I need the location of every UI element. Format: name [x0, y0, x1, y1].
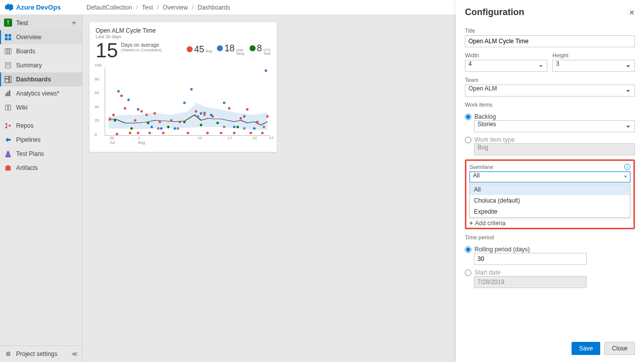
- workitemtype-select: Bug: [474, 143, 635, 155]
- backlog-radio-label: Backlog: [474, 113, 496, 120]
- swimlane-dropdown: All Choluca (default) Expedite: [469, 184, 630, 218]
- svg-rect-19: [6, 166, 11, 171]
- gear-icon: ⚙: [4, 350, 12, 358]
- sidebar-item-repos[interactable]: Repos: [0, 119, 82, 133]
- svg-rect-4: [5, 49, 7, 54]
- startdate-radio-label: Start date: [474, 269, 501, 276]
- svg-rect-1: [9, 34, 11, 37]
- swimlane-option-all[interactable]: All: [470, 184, 630, 195]
- close-icon[interactable]: ✕: [629, 9, 635, 17]
- info-icon[interactable]: i: [624, 164, 630, 170]
- team-select[interactable]: Open ALM: [465, 84, 635, 97]
- svg-rect-6: [10, 49, 12, 54]
- swimlane-option-choluca[interactable]: Choluca (default): [470, 195, 630, 206]
- rolling-radio[interactable]: [465, 246, 471, 253]
- plus-icon: +: [469, 220, 473, 227]
- rolling-radio-row[interactable]: Rolling period (days): [465, 246, 635, 253]
- project-badge: T: [4, 19, 12, 27]
- sidebar-item-pipelines[interactable]: Pipelines: [0, 133, 82, 147]
- sidebar-item-summary[interactable]: Summary: [0, 58, 82, 72]
- svg-rect-12: [5, 79, 9, 82]
- width-label: Width: [465, 52, 547, 58]
- project-settings[interactable]: ⚙ Project settings ≪: [0, 346, 82, 362]
- close-button[interactable]: Close: [604, 342, 635, 355]
- height-label: Height: [552, 52, 635, 58]
- sidebar-item-artifacts[interactable]: Artifacts: [0, 161, 82, 175]
- bug-icon: [187, 46, 193, 52]
- project-row[interactable]: T Test ＋: [0, 15, 82, 30]
- settings-label: Project settings: [16, 350, 57, 357]
- svg-point-18: [9, 125, 11, 127]
- svg-rect-13: [6, 94, 7, 96]
- rolling-days-input[interactable]: [474, 253, 587, 265]
- rolling-radio-label: Rolling period (days): [474, 246, 530, 253]
- svg-rect-15: [9, 90, 11, 96]
- sidebar-item-dashboards[interactable]: Dashboards: [0, 72, 82, 86]
- wiki-icon: [4, 104, 12, 112]
- panel-title: Configuration: [465, 7, 524, 18]
- app-name: Azure DevOps: [16, 4, 61, 11]
- overview-icon: [4, 33, 12, 41]
- swimlane-label: Swimlane: [469, 164, 494, 170]
- swimlane-option-expedite[interactable]: Expedite: [470, 206, 630, 217]
- workitemtype-radio[interactable]: [465, 137, 471, 143]
- sidebar-item-label: Dashboards: [16, 76, 51, 83]
- crumb-page[interactable]: Dashboards: [198, 4, 230, 11]
- task-icon: [250, 45, 256, 51]
- backlog-select[interactable]: Stories: [474, 120, 635, 132]
- pipelines-icon: [4, 136, 12, 144]
- add-criteria-button[interactable]: + Add criteria: [469, 220, 630, 227]
- svg-rect-5: [7, 49, 9, 54]
- work-items-label: Work items: [465, 102, 635, 108]
- svg-rect-2: [5, 38, 8, 40]
- widget-stat-line2: (Started to Completed): [121, 48, 162, 52]
- backlog-radio[interactable]: [465, 114, 471, 120]
- widget-big-number: 15: [96, 40, 118, 60]
- crumb-project[interactable]: Test: [142, 4, 153, 11]
- project-name: Test: [16, 19, 66, 27]
- svg-point-16: [6, 123, 8, 125]
- boards-icon: [4, 47, 12, 55]
- sidebar-item-overview[interactable]: Overview: [0, 30, 82, 44]
- swimlane-select[interactable]: All ▾: [469, 171, 630, 183]
- sidebar-item-testplans[interactable]: Test Plans: [0, 147, 82, 161]
- crumb-area[interactable]: Overview: [163, 4, 188, 11]
- widget-stat-line1: Days on average: [121, 42, 162, 48]
- story-icon: [217, 45, 223, 51]
- analytics-icon: [4, 89, 12, 98]
- team-label: Team: [465, 77, 635, 83]
- sidebar-item-label: Wiki: [16, 104, 28, 111]
- breadcrumb: DefaultCollection/ Test/ Overview/ Dashb…: [87, 4, 230, 11]
- repos-icon: [4, 122, 12, 130]
- sidebar-item-analytics[interactable]: Analytics views*: [0, 86, 82, 101]
- width-select[interactable]: 4: [465, 60, 547, 72]
- widget-title: Open ALM Cycle Time: [96, 27, 271, 34]
- collapse-sidebar-icon[interactable]: ≪: [71, 350, 78, 357]
- cycle-time-widget[interactable]: Open ALM Cycle Time Last 30 days 15 Days…: [90, 22, 277, 152]
- svg-point-17: [6, 127, 8, 129]
- summary-icon: [4, 61, 12, 69]
- sidebar-item-boards[interactable]: Boards: [0, 44, 82, 58]
- startdate-radio-row[interactable]: Start date: [465, 269, 635, 276]
- title-label: Title: [465, 28, 635, 34]
- sidebar: T Test ＋ Overview Boards Summary Dashboa…: [0, 15, 83, 362]
- logo[interactable]: Azure DevOps: [5, 3, 61, 12]
- sidebar-item-label: Test Plans: [16, 150, 44, 157]
- time-period-label: Time period: [465, 234, 635, 240]
- save-button[interactable]: Save: [572, 342, 600, 355]
- sidebar-item-wiki[interactable]: Wiki: [0, 101, 82, 115]
- crumb-collection[interactable]: DefaultCollection: [87, 4, 132, 11]
- configuration-panel: Configuration ✕ Title Width 4 Height 3 T…: [456, 0, 644, 362]
- startdate-input: [474, 276, 587, 288]
- sidebar-item-label: Artifacts: [16, 164, 38, 171]
- title-input[interactable]: [465, 35, 635, 47]
- height-select[interactable]: 3: [552, 60, 635, 72]
- svg-rect-11: [10, 76, 12, 82]
- backlog-radio-row[interactable]: Backlog: [465, 113, 635, 120]
- add-icon[interactable]: ＋: [70, 18, 78, 28]
- testplans-icon: [4, 150, 12, 158]
- workitemtype-radio-row[interactable]: Work item type: [465, 136, 635, 143]
- sidebar-item-label: Analytics views*: [16, 90, 59, 97]
- svg-rect-0: [5, 34, 8, 37]
- startdate-radio[interactable]: [465, 269, 471, 276]
